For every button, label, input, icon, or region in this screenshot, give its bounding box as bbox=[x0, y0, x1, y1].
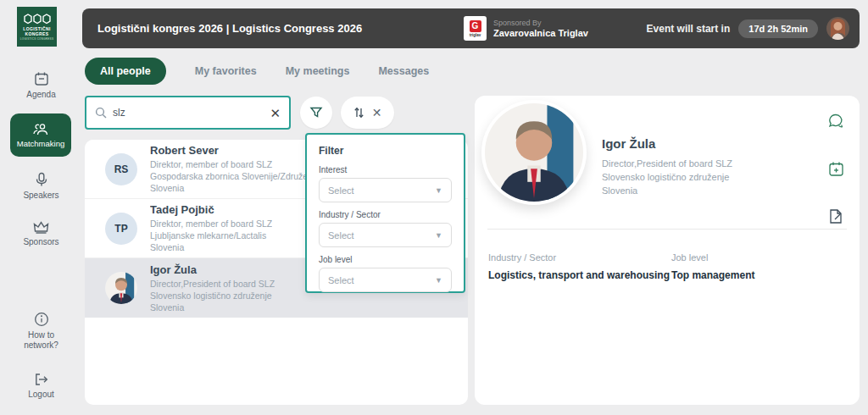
sponsored-by-label: Sponsored By bbox=[493, 19, 588, 27]
header-bar: Logistični kongres 2026 | Logistics Cong… bbox=[82, 8, 860, 48]
chevron-down-icon: ▼ bbox=[435, 276, 442, 285]
industry-value: Logistics, transport and warehousing bbox=[488, 269, 670, 281]
person-company: Slovensko logistično združenje bbox=[150, 290, 275, 302]
sponsor-block: G triglav Sponsored By Zavarovalnica Tri… bbox=[464, 8, 588, 48]
logo-line2: KONGRES bbox=[25, 31, 48, 36]
search-input[interactable] bbox=[113, 107, 270, 119]
interest-select[interactable]: Select ▼ bbox=[319, 178, 452, 202]
hexagons-icon bbox=[23, 14, 52, 25]
chevron-down-icon: ▼ bbox=[435, 186, 442, 195]
calendar-icon bbox=[34, 71, 49, 86]
sidebar-item-sponsors[interactable]: Sponsors bbox=[0, 220, 82, 247]
sidebar-item-speakers[interactable]: Speakers bbox=[0, 172, 82, 201]
avatar-initials: RS bbox=[105, 153, 137, 185]
tab-my-favorites[interactable]: My favorites bbox=[195, 65, 257, 77]
profile-country: Slovenia bbox=[602, 184, 732, 197]
sidebar-item-label: Matchmaking bbox=[17, 139, 65, 148]
sidebar-item-label: Agenda bbox=[26, 90, 55, 100]
tab-my-meetings[interactable]: My meetings bbox=[286, 65, 350, 77]
sidebar-item-agenda[interactable]: Agenda bbox=[0, 71, 82, 100]
sidebar-item-label: How to network? bbox=[24, 330, 58, 351]
person-name: Igor Žula bbox=[150, 263, 275, 276]
profile-role: Director,President of board SLZ bbox=[602, 157, 732, 170]
search-icon bbox=[95, 107, 107, 119]
people-icon bbox=[32, 123, 49, 136]
triglav-logo: G triglav bbox=[464, 16, 487, 41]
tab-messages[interactable]: Messages bbox=[378, 65, 429, 77]
clear-sort-icon[interactable]: ✕ bbox=[372, 106, 382, 119]
filter-title: Filter bbox=[319, 145, 452, 157]
people-tabs: All people My favorites My meetings Mess… bbox=[85, 58, 429, 85]
avatar-photo bbox=[105, 272, 137, 304]
industry-select[interactable]: Select ▼ bbox=[319, 223, 452, 247]
filter-popup: Filter Interest Select ▼ Industry / Sect… bbox=[305, 133, 465, 293]
sidebar-item-logout[interactable]: Logout bbox=[0, 373, 82, 400]
sidebar-item-label: Speakers bbox=[23, 191, 58, 201]
sponsor-name: Zavarovalnica Triglav bbox=[493, 28, 588, 38]
sidebar-item-label: Logout bbox=[28, 390, 54, 400]
countdown-badge: 17d 2h 52min bbox=[738, 19, 818, 38]
sort-button[interactable]: ✕ bbox=[341, 97, 394, 129]
person-role: Director,President of board SLZ bbox=[150, 278, 275, 290]
sidebar-item-how-to-network[interactable]: How to network? bbox=[0, 312, 82, 351]
filter-label-industry: Industry / Sector bbox=[319, 210, 452, 219]
chat-icon[interactable] bbox=[827, 113, 844, 133]
profile-name: Igor Žula bbox=[602, 136, 655, 151]
sidebar-item-matchmaking[interactable]: Matchmaking bbox=[10, 113, 71, 157]
sort-arrows-icon bbox=[353, 107, 364, 119]
job-level-value: Top management bbox=[671, 269, 754, 281]
sidebar-item-label: Sponsors bbox=[23, 237, 58, 247]
profile-divider bbox=[487, 229, 847, 230]
person-country: Slovenia bbox=[150, 241, 272, 253]
chevron-down-icon: ▼ bbox=[435, 231, 442, 240]
filter-button[interactable] bbox=[300, 97, 332, 129]
event-title: Logistični kongres 2026 | Logistics Cong… bbox=[97, 22, 362, 35]
calendar-add-icon[interactable] bbox=[828, 161, 844, 180]
triglav-word: triglav bbox=[470, 33, 481, 37]
industry-label: Industry / Sector bbox=[488, 252, 670, 263]
crown-icon bbox=[33, 220, 49, 234]
profile-detail-panel: Igor Žula Director,President of board SL… bbox=[475, 96, 860, 405]
clear-search-icon[interactable]: ✕ bbox=[270, 107, 281, 119]
filter-label-interest: Interest bbox=[319, 165, 452, 174]
profile-photo bbox=[481, 100, 587, 205]
profile-summary: Director,President of board SLZ Slovensk… bbox=[602, 157, 732, 197]
logout-icon bbox=[34, 373, 48, 386]
user-avatar[interactable] bbox=[826, 17, 849, 40]
person-name: Tadej Pojbič bbox=[150, 203, 272, 216]
microphone-icon bbox=[35, 172, 48, 187]
funnel-icon bbox=[309, 106, 323, 119]
profile-company: Slovensko logistično združenje bbox=[602, 170, 732, 184]
search-box: ✕ bbox=[85, 96, 291, 130]
logo-line3: LOGISTICS CONGRESS bbox=[20, 37, 53, 41]
congress-logo: LOGISTIČNI KONGRES LOGISTICS CONGRESS bbox=[17, 7, 57, 47]
job-level-select[interactable]: Select ▼ bbox=[319, 268, 452, 292]
triglav-mark: G bbox=[470, 20, 481, 32]
person-role: Direktor, member of board SLZ bbox=[150, 218, 272, 230]
countdown-label: Event will start in bbox=[647, 23, 731, 35]
info-icon bbox=[34, 312, 49, 327]
person-country: Slovenia bbox=[150, 302, 275, 313]
person-company: Ljubljanske mlekarne/Lactalis bbox=[150, 230, 272, 241]
tab-all-people[interactable]: All people bbox=[85, 58, 166, 85]
filter-label-job-level: Job level bbox=[319, 255, 452, 264]
job-level-label: Job level bbox=[671, 252, 754, 263]
note-edit-icon[interactable] bbox=[828, 208, 844, 228]
avatar-initials: TP bbox=[105, 213, 137, 245]
